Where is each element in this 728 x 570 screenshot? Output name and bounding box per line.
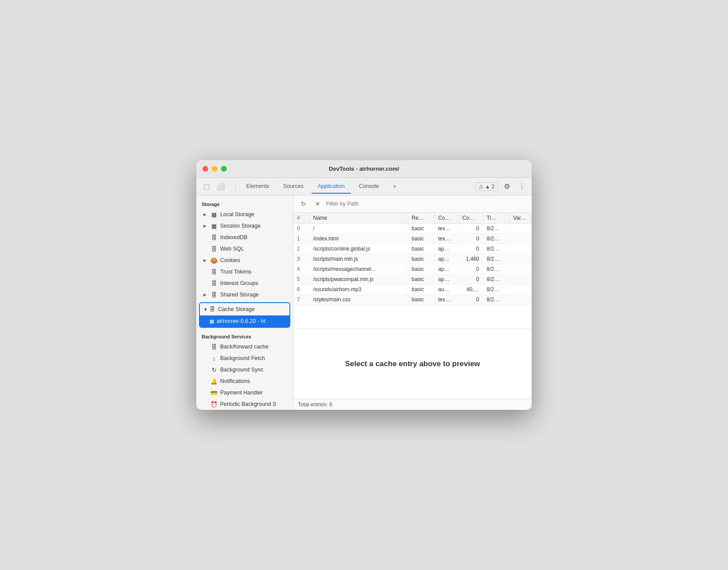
tab-sources[interactable]: Sources xyxy=(277,180,310,194)
sidebar-item-label: Back/forward cache xyxy=(220,344,269,350)
cell-var xyxy=(510,295,532,305)
table-row[interactable]: 5 /scripts/pwacompat.min.js basic ap… 0 … xyxy=(293,274,532,285)
close-button[interactable] xyxy=(203,166,208,172)
cell-ti: 8/2… xyxy=(483,264,510,274)
cell-ti: 8/2… xyxy=(483,274,510,285)
cursor-icon-btn[interactable]: ⬚ xyxy=(200,180,213,193)
cell-re: basic xyxy=(408,295,435,305)
cell-co1: tex… xyxy=(435,234,459,244)
sidebar-item-payment-handler[interactable]: ▶ 💳 Payment Handler xyxy=(196,387,293,398)
cell-name: /styles/main.css xyxy=(309,295,408,305)
filter-input[interactable] xyxy=(326,201,527,207)
col-header-co2[interactable]: Co… xyxy=(459,213,483,224)
arrow-icon: ▶ xyxy=(203,292,208,297)
sidebar-item-interest-groups[interactable]: ▶ 🗄 Interest Groups xyxy=(196,278,293,289)
col-header-name[interactable]: Name xyxy=(309,213,408,224)
table-header: # Name Re… Co… Co… Ti… Var… xyxy=(293,213,532,224)
arrow-spacer: ▶ xyxy=(203,402,208,406)
settings-button[interactable]: ⚙ xyxy=(501,180,513,193)
col-header-co1[interactable]: Co… xyxy=(435,213,459,224)
sidebar-item-label: Background Fetch xyxy=(220,355,265,361)
sidebar-item-session-storage[interactable]: ▶ ▦ Session Storage xyxy=(196,220,293,232)
tab-console[interactable]: Console xyxy=(353,180,385,194)
table-row[interactable]: 2 /scripts/comlink.global.js basic ap… 0… xyxy=(293,244,532,254)
trust-tokens-icon: 🗄 xyxy=(210,269,218,275)
cell-co2: 1,460 xyxy=(459,254,483,264)
shared-storage-icon: 🗄 xyxy=(210,292,218,298)
tab-elements[interactable]: Elements xyxy=(240,180,275,194)
minimize-button[interactable] xyxy=(212,166,218,172)
cache-child-icon: ▦ xyxy=(210,319,214,324)
arrow-spacer: ▶ xyxy=(203,345,208,349)
cell-co2: 0 xyxy=(459,244,483,254)
cell-ti: 8/2… xyxy=(483,285,510,295)
preview-text: Select a cache entry above to preview xyxy=(345,360,480,368)
interest-groups-icon: 🗄 xyxy=(210,280,218,287)
col-header-ti[interactable]: Ti… xyxy=(483,213,510,224)
cell-ti: 8/2… xyxy=(483,244,510,254)
cell-num: 7 xyxy=(293,295,309,305)
arrow-spacer: ▶ xyxy=(203,390,208,395)
tab-more[interactable]: » xyxy=(387,180,402,194)
device-icon-btn[interactable]: ⬜ xyxy=(214,180,227,193)
cell-co2: 0 xyxy=(459,224,483,234)
cache-storage-label: Cache Storage xyxy=(218,306,255,312)
sidebar-item-cookies[interactable]: ▶ 🍪 Cookies xyxy=(196,255,293,266)
sidebar-item-back-forward-cache[interactable]: ▶ 🗄 Back/forward cache xyxy=(196,341,293,352)
sidebar-item-trust-tokens[interactable]: ▶ 🗄 Trust Tokens xyxy=(196,266,293,278)
clear-button[interactable]: ✕ xyxy=(312,198,323,210)
sidebar-item-web-sql[interactable]: ▶ 🗄 Web SQL xyxy=(196,243,293,255)
warning-badge[interactable]: ⚠ ▲ 2 xyxy=(475,182,498,191)
arrow-icon: ▶ xyxy=(203,224,208,228)
sidebar-item-cache-storage[interactable]: ▾ 🗄 Cache Storage xyxy=(200,303,289,315)
main-content: Storage ▶ ▦ Local Storage ▶ ▦ Session St… xyxy=(196,195,532,410)
sidebar-item-periodic-background[interactable]: ▶ ⏰ Periodic Background S xyxy=(196,398,293,410)
cell-re: basic xyxy=(408,264,435,274)
sidebar-item-local-storage[interactable]: ▶ ▦ Local Storage xyxy=(196,209,293,220)
storage-section-label: Storage xyxy=(196,199,293,209)
status-text: Total entries: 8 xyxy=(298,401,332,408)
table-row[interactable]: 0 / basic tex… 0 8/2… xyxy=(293,224,532,234)
sidebar-item-background-sync[interactable]: ▶ ↻ Background Sync xyxy=(196,364,293,375)
cache-child-label: airhorner-0.6.20 - ht xyxy=(217,318,265,324)
table-row[interactable]: 6 /sounds/airhorn.mp3 basic au… 40,… 8/2… xyxy=(293,285,532,295)
table-row[interactable]: 1 /index.html basic tex… 0 8/2… xyxy=(293,234,532,244)
sidebar-item-label: Trust Tokens xyxy=(220,269,251,275)
table-row[interactable]: 3 /scripts/main.min.js basic ap… 1,460 8… xyxy=(293,254,532,264)
table-row[interactable]: 7 /styles/main.css basic tex… 0 8/2… xyxy=(293,295,532,305)
sidebar-item-shared-storage[interactable]: ▶ 🗄 Shared Storage xyxy=(196,289,293,300)
cell-co1: au… xyxy=(435,285,459,295)
cache-storage-icon: 🗄 xyxy=(210,306,215,312)
sidebar-item-background-fetch[interactable]: ▶ ↕ Background Fetch xyxy=(196,352,293,364)
toolbar: ⬚ ⬜ Elements Sources Application Console… xyxy=(196,178,532,195)
cache-storage-child[interactable]: ▦ airhorner-0.6.20 - ht xyxy=(200,315,289,327)
table-row[interactable]: 4 /scripts/messagechannel… basic ap… 0 8… xyxy=(293,264,532,274)
cell-co1: ap… xyxy=(435,244,459,254)
session-storage-icon: ▦ xyxy=(210,223,218,229)
cell-re: basic xyxy=(408,285,435,295)
cell-re: basic xyxy=(408,224,435,234)
cell-co2: 40,… xyxy=(459,285,483,295)
sidebar-item-indexeddb[interactable]: ▶ 🗄 IndexedDB xyxy=(196,232,293,243)
traffic-lights xyxy=(203,166,227,172)
cell-var xyxy=(510,234,532,244)
refresh-button[interactable]: ↻ xyxy=(298,198,309,210)
more-options-button[interactable]: ⋮ xyxy=(516,180,528,193)
col-header-re[interactable]: Re… xyxy=(408,213,435,224)
sidebar-item-label: Shared Storage xyxy=(220,292,259,298)
cell-name: /index.html xyxy=(309,234,408,244)
indexeddb-icon: 🗄 xyxy=(210,234,218,241)
tab-application[interactable]: Application xyxy=(311,180,351,194)
cell-co1: tex… xyxy=(435,224,459,234)
sidebar-item-label: Local Storage xyxy=(220,211,254,218)
cell-name: /scripts/comlink.global.js xyxy=(309,244,408,254)
background-services-label: Background Services xyxy=(196,331,293,341)
maximize-button[interactable] xyxy=(221,166,227,172)
sidebar-item-notifications[interactable]: ▶ 🔔 Notifications xyxy=(196,375,293,387)
col-header-var[interactable]: Var… xyxy=(510,213,532,224)
arrow-spacer: ▶ xyxy=(203,368,208,372)
cell-var xyxy=(510,274,532,285)
cell-var xyxy=(510,254,532,264)
window-title: DevTools - airhorner.com/ xyxy=(329,165,399,172)
periodic-background-icon: ⏰ xyxy=(210,401,218,408)
